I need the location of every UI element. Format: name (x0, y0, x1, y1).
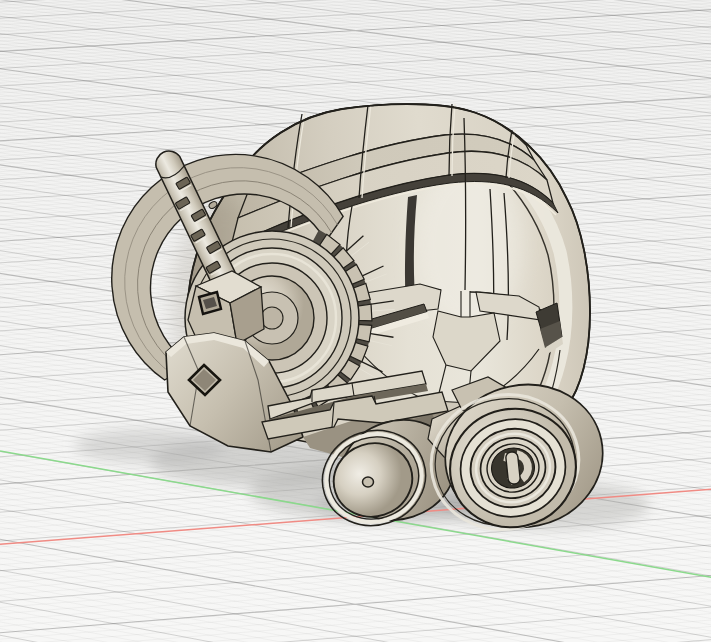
cad-viewport[interactable] (0, 0, 711, 642)
left-pod-hole (363, 477, 374, 487)
viewport-canvas[interactable] (0, 0, 711, 642)
